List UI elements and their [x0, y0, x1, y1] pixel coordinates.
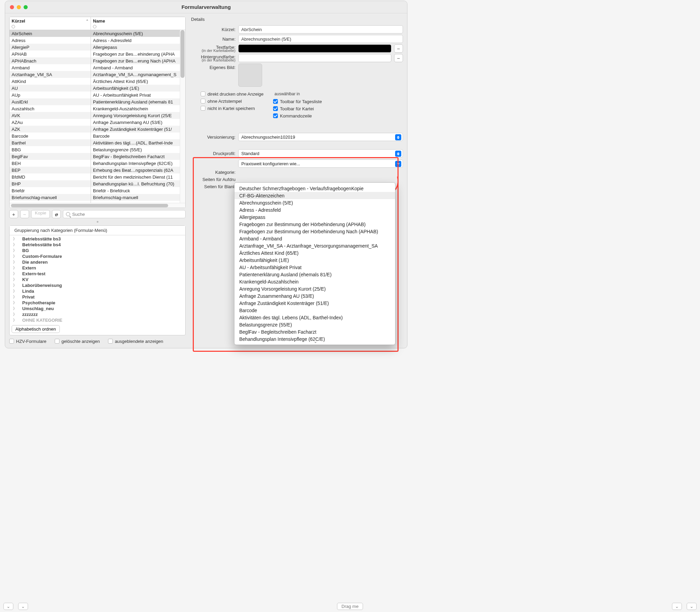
clear-bgcolor-button[interactable]: − [394, 54, 403, 62]
category-row[interactable]: 〉OHNE KATEGORIE [10, 317, 185, 323]
table-row[interactable]: APHABnachFragebogen zur Bes…erung Nach (… [10, 57, 180, 64]
dropdown-item[interactable]: Ärztliches Attest Kind (65/E) [234, 249, 395, 256]
table-row[interactable]: AdressAdress - Adressfeld [10, 37, 180, 44]
dropdown-item[interactable]: Anfrage Zusammenhang AU (53/E) [234, 292, 395, 300]
table-row[interactable]: AllergiePAllergiepass [10, 44, 180, 51]
check-no-stamp[interactable]: ohne Arztstempel [201, 99, 264, 104]
printprofile-select[interactable]: Standard [238, 149, 403, 157]
dropdown-item[interactable]: Krankengeld-Auszahlschein [234, 278, 395, 285]
check-commandline[interactable]: Kommandozeile [273, 113, 322, 119]
table-row[interactable]: AUpAU - Arbeitsunfähigkeit Privat [10, 92, 180, 98]
hscrollbar[interactable] [10, 203, 185, 208]
dropdown-item[interactable]: Abrechnungsschein (5/E) [234, 199, 395, 206]
dropdown-item[interactable]: Belastungsgrenze (55/E) [234, 321, 395, 328]
clear-textcolor-button[interactable]: − [394, 44, 403, 53]
table-row[interactable]: AbrScheinAbrechnungsschein (5/E) [10, 30, 180, 37]
radio-icon[interactable] [12, 25, 15, 28]
maximize-icon[interactable] [24, 5, 28, 9]
search-field[interactable] [72, 212, 183, 217]
dropdown-item[interactable]: Allergiepass [234, 213, 395, 221]
category-row[interactable]: 〉KV [10, 277, 185, 282]
dropdown-item[interactable]: Patientenerklärung Ausland (ehemals 81/E… [234, 271, 395, 278]
table-row[interactable]: BfdMDBericht für den medizinischen Diens… [10, 173, 180, 180]
table-row[interactable]: BeglFavBeglFav - Begleitschreiben Fachar… [10, 153, 180, 160]
dropdown-item[interactable]: BeglFav - Begleitschreiben Facharzt [234, 328, 395, 335]
name-field[interactable] [238, 35, 403, 43]
table-row[interactable]: ArmbandArmband - Armband [10, 64, 180, 71]
deleted-checkbox[interactable]: gelöschte anzeigen [55, 339, 100, 344]
table-row[interactable]: AUArbeitsunfähigkeit (1/E) [10, 85, 180, 92]
table-row[interactable]: AZAuAnfrage Zusammenhang AU (53/E) [10, 119, 180, 126]
category-row[interactable]: 〉zzzzzzz [10, 311, 185, 317]
table-row[interactable]: BEHBehandlungsplan Intensivpflege (62C/E… [10, 160, 180, 167]
category-row[interactable]: 〉Linda [10, 288, 185, 294]
category-row[interactable]: 〉Die anderen [10, 259, 185, 265]
hidden-checkbox[interactable]: ausgeblendete anzeigen [108, 339, 163, 344]
copy-button[interactable]: Kopie [31, 210, 50, 218]
dropdown-item[interactable]: Armband - Armband [234, 235, 395, 242]
category-row[interactable]: 〉Custom-Formulare [10, 253, 185, 259]
table-row[interactable]: BEPErhebung des Beat…ngspotenzials (62A [10, 167, 180, 173]
table-row[interactable]: AuszahlschKrankengeld-Auszahlschein [10, 105, 180, 112]
table-row[interactable]: Briefumschlag-manuellBriefumschlag-manue… [10, 194, 180, 201]
dropdown-item[interactable]: Arztanfrage_VM_SA - Arztanfrage_Versorgu… [234, 242, 395, 249]
category-row[interactable]: 〉Privat [10, 294, 185, 300]
dropdown-item[interactable]: Barcode [234, 307, 395, 314]
table-row[interactable]: AZKAnfrage Zuständigkeit Kostenträger (5… [10, 126, 180, 133]
image-well[interactable] [238, 64, 262, 87]
version-select[interactable]: Abrechnungsschein102019 [238, 133, 403, 141]
category-row[interactable]: 〉BG [10, 248, 185, 253]
category-row[interactable]: 〉Psychotherapie [10, 300, 185, 306]
search-input[interactable] [63, 210, 186, 218]
close-icon[interactable] [10, 5, 14, 9]
dropdown-item[interactable]: Adress - Adressfeld [234, 206, 395, 213]
category-row[interactable]: 〉Betriebsstätte bs4 [10, 242, 185, 248]
dropdown-item[interactable]: Anfrage Zuständigkeit Kostenträger (51/E… [234, 300, 395, 307]
dropdown-item[interactable]: Aktivitäten des tägl. Lebens (ADL, Barth… [234, 314, 395, 321]
category-row[interactable]: 〉Extern-test [10, 271, 185, 277]
textcolor-swatch[interactable] [238, 44, 391, 53]
dropdown-item[interactable]: Deutscher Schmerzfragebogen - Verlaufsfr… [234, 185, 395, 192]
radio-icon[interactable] [93, 25, 96, 28]
table-row[interactable]: BriefdrBriefdr - Briefdruck [10, 187, 180, 194]
remove-button[interactable]: − [20, 210, 29, 218]
table-row[interactable]: AuslErklPatientenerklärung Ausland (ehem… [10, 98, 180, 105]
category-row[interactable]: 〉Umschlag_neu [10, 306, 185, 311]
dropdown-item[interactable]: AU - Arbeitsunfähigkeit Privat [234, 264, 395, 271]
table-body[interactable]: AbrScheinAbrechnungsschein (5/E)AdressAd… [10, 30, 185, 203]
praxis-config-select[interactable]: Praxisweit konfigurieren wie... [238, 159, 403, 168]
table-row[interactable]: Arztanfrage_VM_SAArztanfrage_VM_SA…ngsma… [10, 71, 180, 78]
col-header-name[interactable]: Name [91, 17, 185, 30]
strike-icon[interactable]: ø [52, 210, 61, 218]
check-no-save[interactable]: nicht in Kartei speichern [201, 106, 264, 111]
table-row[interactable]: BarcodeBarcode [10, 133, 180, 139]
hzv-checkbox[interactable]: HZV-Formulare [9, 339, 46, 344]
category-row[interactable]: 〉Extern [10, 265, 185, 271]
dropdown-item[interactable]: Anregung Vorsorgeleistung Kurort (25/E) [234, 285, 395, 292]
vscrollbar[interactable] [180, 30, 185, 203]
category-row[interactable]: 〉Betriebsstätte bs3 [10, 236, 185, 242]
col-header-code[interactable]: Kürzel⌃ [10, 17, 91, 30]
sort-alpha-button[interactable]: Alphabetisch ordnen [12, 325, 60, 333]
dropdown-item[interactable]: Arbeitsunfähigkeit (1/E) [234, 256, 395, 264]
category-row[interactable]: 〉Laborüberweisung [10, 282, 185, 288]
table-row[interactable]: APHABFragebogen zur Bes…ehinderung (APHA [10, 51, 180, 57]
minimize-icon[interactable] [17, 5, 21, 9]
table-row[interactable]: AVKAnregung Vorsorgeleistung Kurort (25/… [10, 112, 180, 119]
code-field[interactable] [238, 25, 403, 33]
table-row[interactable]: BHPBehandlungsplan kü…l. Befruchtung (70… [10, 180, 180, 187]
check-toolbar-dayslist[interactable]: Toolbar für Tagesliste [273, 99, 322, 104]
table-row[interactable]: BarthelAktivitäten des tägl.…(ADL, Barth… [10, 139, 180, 146]
table-row[interactable]: BBGBelastungsgrenze (55/E) [10, 146, 180, 153]
bgcolor-swatch[interactable] [238, 54, 391, 62]
praxis-config-dropdown[interactable]: Deutscher Schmerzfragebogen - Verlaufsfr… [234, 182, 395, 345]
dropdown-item[interactable]: Fragebogen zur Bestimmung der Hörbehinde… [234, 228, 395, 235]
add-button[interactable]: + [9, 210, 18, 218]
table-row[interactable]: AttKindÄrztliches Attest Kind (65/E) [10, 78, 180, 85]
dropdown-item[interactable]: CF-BG-Aktenzeichen [234, 192, 395, 199]
resize-handle-icon[interactable] [97, 221, 98, 223]
check-toolbar-kartei[interactable]: Toolbar für Kartei [273, 106, 322, 111]
dropdown-item[interactable]: Fragebogen zur Bestimmung der Hörbehinde… [234, 221, 395, 228]
check-direct-print[interactable]: direkt drucken ohne Anzeige [201, 92, 264, 97]
scroll-down-icon[interactable]: ⌄ [314, 339, 317, 344]
